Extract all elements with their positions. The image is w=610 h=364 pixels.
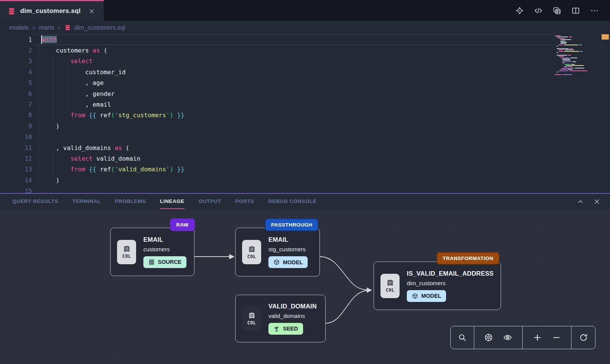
column-chip-label: COL	[247, 254, 256, 259]
lineage-snapshot-button[interactable]	[484, 333, 493, 342]
node-type-label: SOURCE	[158, 259, 181, 265]
line-number: 1	[0, 36, 32, 43]
sprout-icon	[273, 326, 280, 332]
lineage-node-customers[interactable]: COLEMAILcustomersSOURCE	[110, 228, 194, 276]
toolbar-group	[571, 326, 595, 349]
line-number: 12	[0, 155, 32, 162]
node-type-badge-model[interactable]: MODEL	[268, 256, 308, 268]
line-content: select valid_domain	[32, 155, 140, 162]
toolbar-group	[474, 326, 523, 349]
lineage-node-valid_domains[interactable]: COLVALID_DOMAINvalid_domainsSEED	[235, 295, 326, 342]
breadcrumb-item-marts[interactable]: marts	[39, 24, 54, 31]
more-actions[interactable]	[590, 6, 599, 15]
lineage-refresh-button[interactable]	[579, 333, 588, 342]
minus-icon	[552, 333, 561, 342]
code-line-4[interactable]: 4 customer_id	[0, 67, 610, 77]
minimap[interactable]	[555, 35, 597, 75]
code-line-10[interactable]: 10	[0, 132, 610, 142]
columns-icon	[248, 245, 256, 253]
columns-icon	[123, 245, 131, 253]
lineage-tag-raw: RAW	[170, 219, 195, 231]
code-line-1[interactable]: 1with	[0, 34, 610, 45]
split-editor-action[interactable]	[571, 6, 580, 15]
node-subtitle: customers	[143, 246, 186, 252]
lineage-zoom-in-button[interactable]	[533, 333, 542, 342]
minimap-scroll-marker[interactable]	[602, 34, 609, 40]
compile-sql-action[interactable]	[534, 6, 543, 15]
breadcrumb: models>marts>dim_customers.sql	[0, 21, 610, 34]
panel-tab-problems[interactable]: PROBLEMS	[115, 194, 146, 209]
dbt-action[interactable]	[515, 6, 524, 15]
plus-icon	[533, 333, 542, 342]
column-chip-label: COL	[122, 254, 131, 259]
lineage-tag-passthrough: PASSTHROUGH	[265, 219, 318, 231]
database-icon	[8, 7, 16, 15]
cube-icon	[412, 293, 418, 299]
database-icon	[64, 24, 71, 31]
panel-tab-ports[interactable]: PORTS	[235, 194, 254, 209]
column-chip: COL	[242, 307, 261, 331]
lineage-node-dim_customers[interactable]: COLIS_VALID_EMAIL_ADDRESSdim_customersMO…	[374, 262, 501, 310]
breadcrumb-item-dim_customers-sql[interactable]: dim_customers.sql	[74, 24, 125, 31]
panel-tab-debug-console[interactable]: DEBUG CONSOLE	[268, 194, 317, 209]
tab-title: dim_customers.sql	[20, 7, 80, 15]
refresh-icon	[579, 333, 588, 342]
node-type-badge-model[interactable]: MODEL	[407, 290, 446, 302]
line-number: 3	[0, 57, 32, 65]
code-line-5[interactable]: 5 , age	[0, 78, 610, 88]
line-number: 10	[0, 133, 32, 140]
collapse-panel-button[interactable]	[577, 198, 584, 205]
search-icon	[458, 333, 467, 342]
code-line-11[interactable]: 11 , valid_domains as (	[0, 142, 610, 153]
code-line-14[interactable]: 14 )	[0, 175, 610, 185]
node-type-badge-source[interactable]: SOURCE	[143, 256, 186, 268]
code-line-6[interactable]: 6 , gender	[0, 88, 610, 99]
close-icon[interactable]	[89, 8, 95, 14]
line-number: 11	[0, 144, 32, 152]
editor-tab-bar: dim_customers.sql	[0, 0, 610, 21]
code-line-7[interactable]: 7 , email	[0, 99, 610, 110]
panel-tab-query-results[interactable]: QUERY RESULTS	[12, 194, 58, 209]
panel-tab-output[interactable]: OUTPUT	[199, 194, 221, 209]
lineage-search-button[interactable]	[458, 333, 467, 342]
column-chip-label: COL	[385, 287, 394, 293]
cube-icon	[273, 259, 280, 265]
line-content: , gender	[32, 90, 115, 97]
node-title: VALID_DOMAIN	[268, 303, 317, 310]
node-title: EMAIL	[143, 236, 186, 243]
lineage-zoom-out-button[interactable]	[552, 333, 561, 342]
lineage-tag-transformation: TRANSFORMATION	[437, 252, 499, 265]
line-number: 7	[0, 101, 32, 108]
query-results-action[interactable]	[553, 6, 561, 15]
lineage-node-stg_customers[interactable]: COLEMAILstg_customersMODEL	[235, 228, 320, 276]
panel-tab-lineage[interactable]: LINEAGE	[160, 194, 185, 209]
code-line-13[interactable]: 13 from {{ ref('valid_domains') }}	[0, 164, 610, 175]
editor-actions	[515, 0, 610, 21]
line-number: 13	[0, 166, 32, 173]
lineage-visibility-button[interactable]	[503, 333, 512, 342]
code-line-9[interactable]: 9 )	[0, 121, 610, 131]
line-number: 9	[0, 123, 32, 130]
toolbar-group	[523, 326, 571, 349]
line-number: 6	[0, 90, 32, 97]
panel-tab-terminal[interactable]: TERMINAL	[72, 194, 101, 209]
code-line-12[interactable]: 12 select valid_domain	[0, 153, 610, 164]
code-line-15[interactable]: 15	[0, 185, 610, 193]
line-number: 14	[0, 177, 32, 184]
close-panel-button[interactable]	[594, 198, 600, 205]
line-number: 4	[0, 69, 32, 76]
node-type-badge-seed[interactable]: SEED	[268, 323, 303, 335]
tab-dim-customers[interactable]: dim_customers.sql	[0, 0, 104, 21]
breadcrumb-separator: >	[58, 24, 61, 31]
toolbar-group	[451, 326, 474, 349]
code-line-2[interactable]: 2 customers as (	[0, 45, 610, 56]
code-line-8[interactable]: 8 from {{ ref('stg_customers') }}	[0, 110, 610, 121]
code-line-3[interactable]: 3 select	[0, 56, 610, 67]
breadcrumb-item-models[interactable]: models	[9, 24, 29, 31]
code-editor[interactable]: 1with2 customers as (3 select4 customer_…	[0, 34, 610, 193]
lineage-canvas[interactable]: COLEMAILcustomersSOURCERAWCOLEMAILstg_cu…	[0, 209, 610, 364]
breadcrumb-separator: >	[32, 24, 36, 31]
editor-scrollbar[interactable]	[601, 34, 610, 193]
node-title: IS_VALID_EMAIL_ADDRESS	[407, 270, 494, 277]
column-chip: COL	[242, 240, 261, 264]
